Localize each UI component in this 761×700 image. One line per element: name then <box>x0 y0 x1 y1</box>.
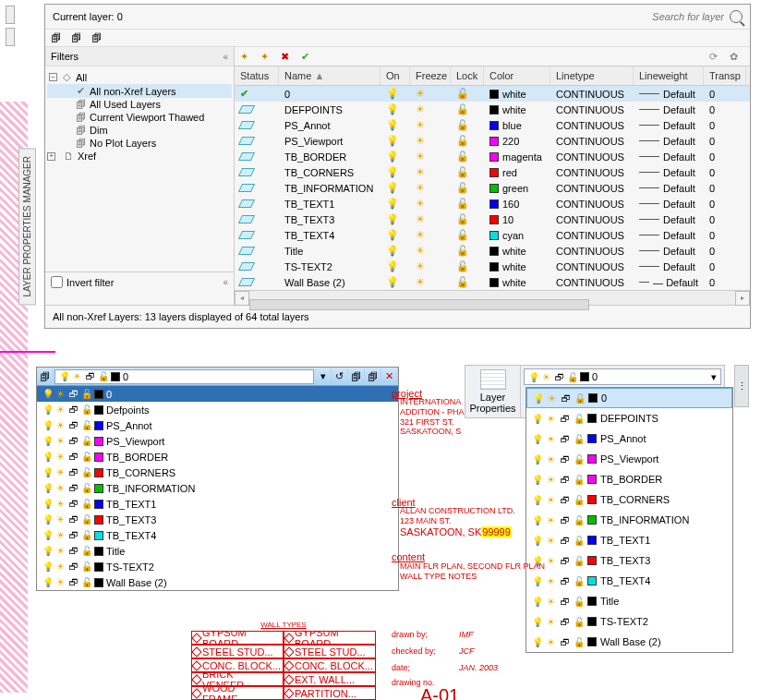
col-linetype[interactable]: Linetype <box>550 66 634 85</box>
transparency-cell[interactable]: 0 <box>704 183 746 194</box>
tree-filter-item[interactable]: ✔All non-Xref Layers <box>47 84 232 98</box>
sun-icon[interactable]: ☀ <box>546 597 556 607</box>
bulb-icon[interactable]: 💡 <box>386 245 399 257</box>
lineweight-cell[interactable]: Default <box>634 199 704 210</box>
ribbon-combo-item[interactable]: 💡☀🗗🔓0 <box>526 388 732 408</box>
col-freeze[interactable]: Freeze <box>410 66 451 85</box>
lock-icon[interactable]: 🔓 <box>81 452 91 462</box>
lock-icon[interactable]: 🔓 <box>81 499 91 509</box>
sun-icon[interactable]: ☀ <box>416 151 425 163</box>
sun-icon[interactable]: ☀ <box>416 213 425 225</box>
search-icon[interactable] <box>730 10 743 23</box>
lineweight-cell[interactable]: Default <box>634 89 704 100</box>
vp-freeze-icon[interactable]: 🗗 <box>561 393 571 404</box>
vp-freeze-icon[interactable]: 🗗 <box>68 561 79 572</box>
lock-icon[interactable]: 🔓 <box>574 556 584 566</box>
layer-combo-item[interactable]: 💡☀🗗🔓TS-TEXT2 <box>37 559 398 574</box>
linetype-cell[interactable]: CONTINUOUS <box>550 183 634 194</box>
bulb-icon[interactable]: 💡 <box>532 495 542 505</box>
col-color[interactable]: Color <box>484 66 550 85</box>
sun-icon[interactable]: ☀ <box>546 576 556 586</box>
lock-icon[interactable]: 🔓 <box>456 260 469 272</box>
layer-combo-item[interactable]: 💡☀🗗🔓PS_Annot <box>37 417 398 433</box>
sun-icon[interactable]: ☀ <box>546 556 556 566</box>
sun-icon[interactable]: ☀ <box>416 229 425 241</box>
sun-icon[interactable]: ☀ <box>416 119 425 131</box>
ribbon-combo-item[interactable]: 💡☀🗗🔓PS_Annot <box>526 428 732 449</box>
vp-freeze-icon[interactable]: 🗗 <box>560 414 570 424</box>
sun-icon[interactable]: ☀ <box>55 514 66 525</box>
bulb-icon[interactable]: 💡 <box>532 597 542 607</box>
sun-icon[interactable]: ☀ <box>55 389 66 399</box>
tree-filter-item[interactable]: 🗐All Used Layers <box>47 98 232 111</box>
layer-combo-item[interactable]: 💡☀🗗🔓0 <box>37 386 398 402</box>
new-layer-vp-icon[interactable]: ✦ <box>260 51 275 62</box>
lock-icon[interactable]: 🔓 <box>574 393 585 404</box>
lineweight-cell[interactable]: Default <box>634 167 704 178</box>
bulb-icon[interactable]: 💡 <box>532 454 542 465</box>
tree-root-all[interactable]: − ◇ All <box>47 70 232 84</box>
lock-icon[interactable]: 🔓 <box>456 198 469 210</box>
vp-freeze-icon[interactable]: 🗗 <box>560 475 570 485</box>
transparency-cell[interactable]: 0 <box>704 230 746 241</box>
linetype-cell[interactable]: CONTINUOUS <box>550 214 634 225</box>
vp-freeze-icon[interactable]: 🗗 <box>68 514 79 525</box>
bulb-icon[interactable]: 💡 <box>42 389 53 399</box>
sun-icon[interactable]: ☀ <box>546 434 556 444</box>
layer-row[interactable]: DEFPOINTS💡☀🔓whiteCONTINUOUS Default0 <box>235 102 750 117</box>
sun-icon[interactable]: ☀ <box>546 414 556 424</box>
linetype-cell[interactable]: CONTINUOUS <box>550 151 634 163</box>
layer-row[interactable]: TB_BORDER💡☀🔓magentaCONTINUOUS Default0 <box>235 149 750 164</box>
transparency-cell[interactable]: 0 <box>704 120 746 131</box>
col-transp[interactable]: Transp <box>704 66 746 85</box>
tree-filter-item[interactable]: +🗋Xref <box>47 150 232 163</box>
dock-handle-2[interactable] <box>6 28 15 46</box>
transparency-cell[interactable]: 0 <box>704 136 746 147</box>
transparency-cell[interactable]: 0 <box>704 261 746 272</box>
color-swatch[interactable] <box>489 168 499 177</box>
lock-icon[interactable]: 🔓 <box>81 404 91 415</box>
bulb-icon[interactable]: 💡 <box>42 514 53 525</box>
transparency-cell[interactable]: 0 <box>704 167 746 178</box>
bulb-icon[interactable]: 💡 <box>386 103 399 115</box>
transparency-cell[interactable]: 0 <box>704 214 746 225</box>
bulb-icon[interactable]: 💡 <box>386 166 399 178</box>
sun-icon[interactable]: ☀ <box>547 393 557 404</box>
sun-icon[interactable]: ☀ <box>546 454 556 465</box>
ribbon-combo-item[interactable]: 💡☀🗗🔓Title <box>526 591 732 611</box>
lock-icon[interactable]: 🔓 <box>81 436 91 446</box>
bulb-icon[interactable]: 💡 <box>533 393 543 404</box>
layer-properties-btn-icon[interactable]: 🗐 <box>37 368 54 385</box>
lock-icon[interactable]: 🔓 <box>81 420 91 430</box>
vp-freeze-icon[interactable]: 🗗 <box>560 576 570 586</box>
lock-icon[interactable]: 🔓 <box>81 561 91 572</box>
layer-row[interactable]: Title💡☀🔓whiteCONTINUOUS Default0 <box>235 243 750 259</box>
layer-combo-item[interactable]: 💡☀🗗🔓TB_TEXT3 <box>37 512 398 527</box>
bulb-icon[interactable]: 💡 <box>532 475 542 485</box>
layer-states-btn-icon[interactable]: 🗐 <box>348 368 365 385</box>
lineweight-cell[interactable]: — Default <box>634 277 704 288</box>
bulb-icon[interactable]: 💡 <box>532 515 542 525</box>
sun-icon[interactable]: ☀ <box>416 135 425 147</box>
sun-icon[interactable]: ☀ <box>55 546 66 556</box>
bulb-icon[interactable]: 💡 <box>532 414 542 424</box>
color-swatch[interactable] <box>489 231 499 240</box>
layer-iso-icon[interactable]: 🗐 <box>365 368 381 385</box>
vp-freeze-icon[interactable]: 🗗 <box>68 499 79 509</box>
tree-filter-item[interactable]: 🗐No Plot Layers <box>47 137 232 150</box>
sun-icon[interactable]: ☀ <box>55 530 66 540</box>
lineweight-cell[interactable]: Default <box>634 183 704 194</box>
bulb-icon[interactable]: 💡 <box>386 213 399 225</box>
lock-icon[interactable]: 🔓 <box>81 389 91 399</box>
sun-icon[interactable]: ☀ <box>416 198 425 210</box>
vp-freeze-icon[interactable]: 🗗 <box>560 556 570 566</box>
dock-handle[interactable] <box>6 6 15 24</box>
sun-icon[interactable]: ☀ <box>416 182 425 194</box>
sun-icon[interactable]: ☀ <box>55 561 66 572</box>
bulb-icon[interactable]: 💡 <box>386 229 399 241</box>
layer-row[interactable]: Wall Base (2)💡☀🔓whiteCONTINUOUS — Defaul… <box>235 274 750 290</box>
vp-freeze-icon[interactable]: 🗗 <box>560 434 570 444</box>
bulb-icon[interactable]: 💡 <box>386 151 399 163</box>
ribbon-combo-item[interactable]: 💡☀🗗🔓PS_Viewport <box>526 449 732 469</box>
lock-icon[interactable]: 🔓 <box>574 536 584 546</box>
